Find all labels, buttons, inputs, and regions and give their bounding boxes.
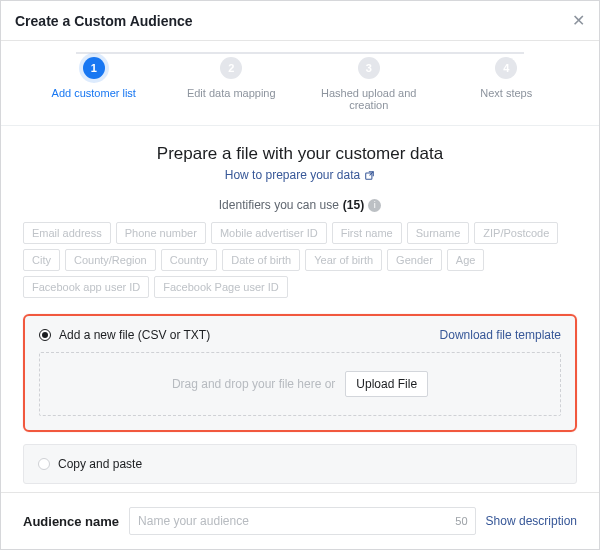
close-icon: ✕ [572,12,585,29]
step-2[interactable]: 2 Edit data mapping [163,57,301,99]
help-link-row: How to prepare your data [23,168,577,182]
stepper: 1 Add customer list 2 Edit data mapping … [1,41,599,126]
section-title: Prepare a file with your customer data [23,144,577,164]
chip-country[interactable]: Country [161,249,218,271]
step-2-circle: 2 [220,57,242,79]
dropzone-text: Drag and drop your file here or [172,377,335,391]
identifiers-count: (15) [343,198,364,212]
audience-name-label: Audience name [23,514,119,529]
identifiers-label: Identifiers you can use [219,198,339,212]
char-limit: 50 [455,515,467,527]
step-1[interactable]: 1 Add customer list [25,57,163,99]
step-4[interactable]: 4 Next steps [438,57,576,99]
chip-surname[interactable]: Surname [407,222,470,244]
audience-name-input[interactable] [129,507,476,535]
copy-paste-label: Copy and paste [58,457,142,471]
upload-file-button[interactable]: Upload File [345,371,428,397]
modal-header: Create a Custom Audience ✕ [1,1,599,41]
close-button[interactable]: ✕ [572,11,585,30]
create-custom-audience-modal: Create a Custom Audience ✕ 1 Add custome… [0,0,600,550]
external-link-icon [364,170,375,181]
step-4-circle: 4 [495,57,517,79]
content-area: Prepare a file with your customer data H… [1,126,599,492]
copy-paste-radio-row[interactable]: Copy and paste [38,457,562,471]
copy-paste-card: Copy and paste [23,444,577,484]
info-icon[interactable]: i [368,199,381,212]
chip-fb-app-user-id[interactable]: Facebook app user ID [23,276,149,298]
identifier-chips: Email address Phone number Mobile advert… [23,222,577,298]
add-new-file-card: Add a new file (CSV or TXT) Download fil… [23,314,577,432]
add-new-file-header: Add a new file (CSV or TXT) Download fil… [39,328,561,342]
step-3-circle: 3 [358,57,380,79]
download-file-template-link[interactable]: Download file template [440,328,561,342]
chip-age[interactable]: Age [447,249,485,271]
how-to-prepare-link[interactable]: How to prepare your data [225,168,360,182]
modal-title: Create a Custom Audience [15,13,193,29]
footer: Audience name 50 Show description [1,492,599,549]
step-line [76,52,525,54]
step-3[interactable]: 3 Hashed upload and creation [300,57,438,111]
step-4-label: Next steps [480,87,532,99]
step-2-label: Edit data mapping [187,87,276,99]
chip-zip[interactable]: ZIP/Postcode [474,222,558,244]
step-1-label: Add customer list [52,87,136,99]
chip-email[interactable]: Email address [23,222,111,244]
audience-name-input-wrap: 50 [129,507,476,535]
chip-gender[interactable]: Gender [387,249,442,271]
show-description-link[interactable]: Show description [486,514,577,528]
chip-city[interactable]: City [23,249,60,271]
chip-first-name[interactable]: First name [332,222,402,244]
chip-yob[interactable]: Year of birth [305,249,382,271]
step-3-label: Hashed upload and creation [300,87,438,111]
chip-mobile-advertiser-id[interactable]: Mobile advertiser ID [211,222,327,244]
chip-dob[interactable]: Date of birth [222,249,300,271]
radio-unselected-icon [38,458,50,470]
identifiers-heading: Identifiers you can use (15) i [23,198,577,212]
add-new-file-label: Add a new file (CSV or TXT) [59,328,210,342]
step-1-circle: 1 [83,57,105,79]
chip-fb-page-user-id[interactable]: Facebook Page user ID [154,276,288,298]
radio-selected-icon [39,329,51,341]
add-new-file-radio-row[interactable]: Add a new file (CSV or TXT) [39,328,210,342]
chip-phone[interactable]: Phone number [116,222,206,244]
chip-county-region[interactable]: County/Region [65,249,156,271]
file-dropzone[interactable]: Drag and drop your file here or Upload F… [39,352,561,416]
